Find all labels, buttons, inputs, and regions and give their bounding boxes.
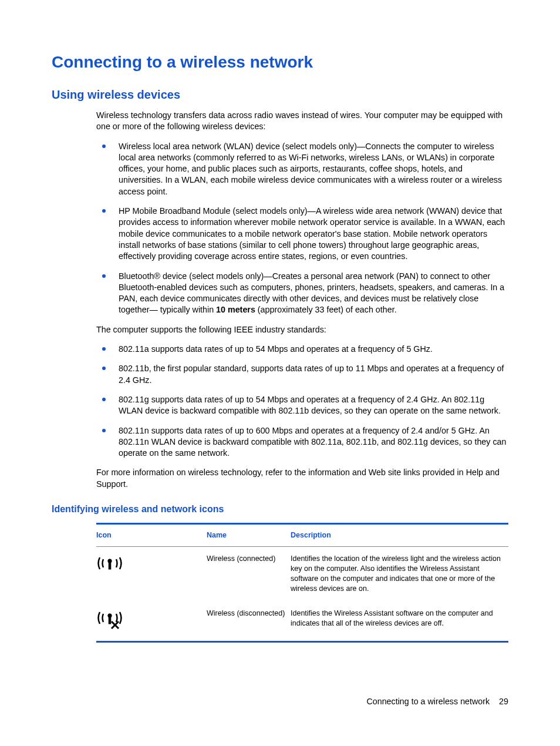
body-content: Wireless technology transfers data acros… [96,110,508,490]
document-page: Connecting to a wireless network Using w… [0,0,560,746]
page-number: 29 [499,697,508,706]
list-item: HP Mobile Broadband Module (select model… [96,206,508,262]
list-item: 802.11g supports data rates of up to 54 … [96,394,508,417]
table-row: Wireless (connected) Identifies the loca… [96,546,508,601]
bold-text: 10 meters [216,305,255,314]
standards-intro: The computer supports the following IEEE… [96,324,508,335]
icon-cell [96,546,207,601]
list-item: 802.11n supports data rates of up to 600… [96,425,508,459]
list-item: 802.11b, the first popular standard, sup… [96,363,508,386]
page-footer: Connecting to a wireless network 29 [366,697,508,706]
wireless-disconnected-icon [96,609,123,630]
table-row: Wireless (disconnected) Identifies the W… [96,601,508,641]
svg-rect-3 [109,616,111,624]
heading-1: Connecting to a wireless network [52,53,508,72]
col-header-desc: Description [291,524,508,547]
more-info-paragraph: For more information on wireless technol… [96,467,508,490]
footer-text: Connecting to a wireless network [366,697,490,706]
desc-cell: Identifies the location of the wireless … [291,546,508,601]
intro-paragraph: Wireless technology transfers data acros… [96,110,508,133]
heading-3: Identifying wireless and network icons [52,504,508,515]
wireless-connected-icon [96,554,123,573]
list-item: 802.11a supports data rates of up to 54 … [96,344,508,355]
svg-rect-1 [109,561,111,569]
list-item: Bluetooth® device (select models only)—C… [96,271,508,316]
icon-cell [96,601,207,641]
name-cell: Wireless (connected) [207,546,291,601]
icons-table: Icon Name Description [96,523,508,643]
col-header-name: Name [207,524,291,547]
desc-cell: Identifies the Wireless Assistant softwa… [291,601,508,641]
table-header-row: Icon Name Description [96,524,508,547]
name-cell: Wireless (disconnected) [207,601,291,641]
standards-list: 802.11a supports data rates of up to 54 … [96,344,508,459]
table-container: Icon Name Description [96,523,508,643]
heading-2: Using wireless devices [52,88,508,102]
col-header-icon: Icon [96,524,207,547]
device-list: Wireless local area network (WLAN) devic… [96,141,508,316]
text-span: (approximately 33 feet) of each other. [255,305,397,314]
list-item: Wireless local area network (WLAN) devic… [96,141,508,197]
